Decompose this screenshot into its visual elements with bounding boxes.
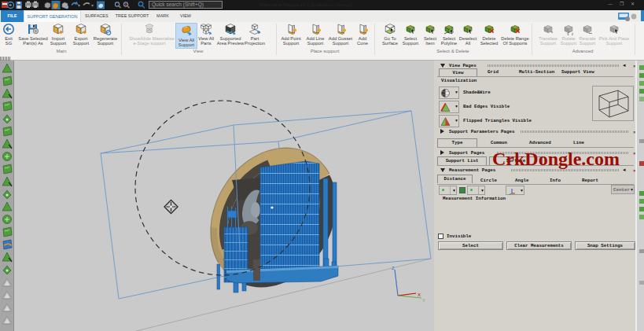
- svg-text:Z: Z: [392, 266, 395, 270]
- svg-text:Y: Y: [422, 298, 425, 303]
- svg-text:X: X: [418, 292, 421, 297]
- svg-text:▾: ▾: [91, 3, 94, 8]
- svg-text:▾: ▾: [78, 3, 80, 8]
